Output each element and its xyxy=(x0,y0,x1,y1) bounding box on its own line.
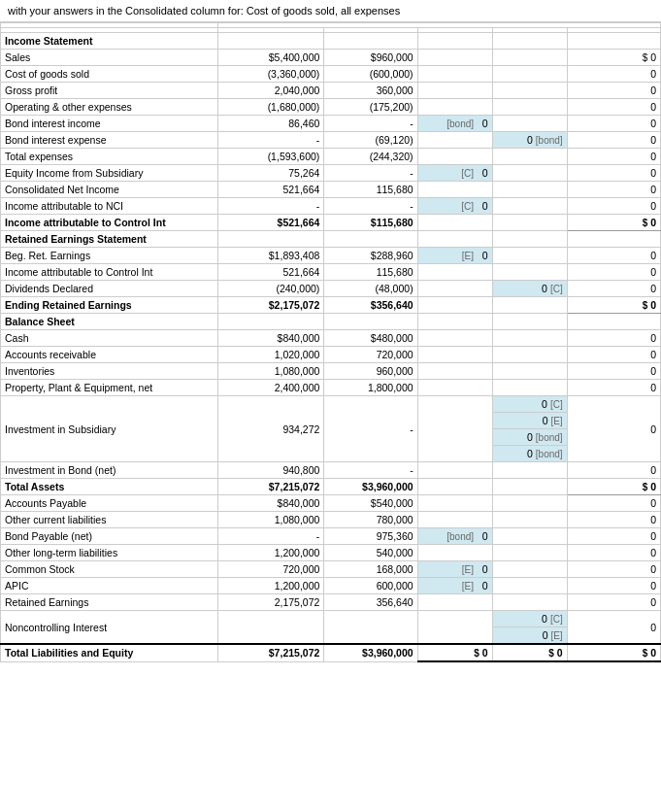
row-debit[interactable] xyxy=(417,545,492,561)
row-credit[interactable] xyxy=(492,495,567,512)
row-subsidiary: $960,000 xyxy=(324,50,417,66)
row-parent: (3,360,000) xyxy=(218,66,324,83)
row-debit[interactable] xyxy=(417,99,492,116)
row-credit[interactable] xyxy=(492,512,567,528)
row-subsidiary: - xyxy=(324,396,417,462)
row-parent: 1,200,000 xyxy=(218,578,324,594)
row-consolidated: 0 xyxy=(567,561,660,578)
row-debit[interactable]: [E] 0 xyxy=(417,578,492,594)
row-credit[interactable] xyxy=(492,215,567,231)
row-credit[interactable] xyxy=(492,330,567,347)
row-consolidated: 0 xyxy=(567,116,660,132)
row-credit[interactable] xyxy=(492,116,567,132)
row-parent: $2,175,072 xyxy=(218,297,324,314)
row-label: Total Liabilities and Equity xyxy=(1,644,218,661)
row-debit[interactable] xyxy=(417,495,492,512)
row-credit[interactable] xyxy=(492,545,567,561)
table-row: Other current liabilities 1,080,000 780,… xyxy=(1,512,661,528)
row-parent: 75,264 xyxy=(218,165,324,182)
row-debit[interactable] xyxy=(417,479,492,495)
row-consolidated: 0 xyxy=(567,594,660,611)
row-credit[interactable]: 0 [E] xyxy=(492,627,567,645)
row-label: Property, Plant & Equipment, net xyxy=(1,380,218,396)
row-debit[interactable]: [E] 0 xyxy=(417,561,492,578)
row-credit[interactable] xyxy=(492,50,567,66)
row-debit[interactable]: [bond] 0 xyxy=(417,528,492,545)
row-credit[interactable] xyxy=(492,561,567,578)
row-debit[interactable] xyxy=(417,281,492,297)
row-credit[interactable] xyxy=(492,363,567,380)
row-credit[interactable] xyxy=(492,479,567,495)
row-debit[interactable] xyxy=(417,330,492,347)
table-row: Noncontrolling Interest 0 [C] 0 xyxy=(1,611,661,627)
section-subsidiary xyxy=(324,231,417,248)
row-credit[interactable] xyxy=(492,66,567,83)
row-credit[interactable] xyxy=(492,248,567,264)
row-debit[interactable]: [C] 0 xyxy=(417,165,492,182)
row-credit[interactable] xyxy=(492,462,567,479)
row-credit[interactable] xyxy=(492,198,567,215)
row-label: Dividends Declared xyxy=(1,281,218,297)
table-row: Investment in Bond (net) 940,800 - 0 xyxy=(1,462,661,479)
row-parent: 2,040,000 xyxy=(218,83,324,99)
row-subsidiary: $356,640 xyxy=(324,297,417,314)
row-credit[interactable] xyxy=(492,83,567,99)
row-debit[interactable]: [E] 0 xyxy=(417,248,492,264)
row-debit[interactable] xyxy=(417,363,492,380)
row-debit[interactable] xyxy=(417,50,492,66)
section-header-row: Balance Sheet xyxy=(1,314,661,330)
row-label: Bond interest income xyxy=(1,116,218,132)
row-credit[interactable] xyxy=(492,99,567,116)
row-debit[interactable] xyxy=(417,66,492,83)
row-label: Inventories xyxy=(1,363,218,380)
row-credit[interactable] xyxy=(492,297,567,314)
row-debit[interactable] xyxy=(417,132,492,149)
table-row: Retained Earnings 2,175,072 356,640 0 xyxy=(1,594,661,611)
row-credit[interactable] xyxy=(492,594,567,611)
row-credit[interactable]: 0 [C] xyxy=(492,281,567,297)
row-debit[interactable] xyxy=(417,297,492,314)
row-label: Other current liabilities xyxy=(1,512,218,528)
row-credit[interactable]: 0 [C] xyxy=(492,611,567,627)
row-debit[interactable]: $ 0 xyxy=(417,644,492,661)
row-label: Accounts receivable xyxy=(1,347,218,363)
row-credit[interactable]: 0 [bond] xyxy=(492,132,567,149)
row-debit[interactable] xyxy=(417,215,492,231)
row-credit[interactable]: 0 [bond] xyxy=(492,429,567,446)
row-debit[interactable] xyxy=(417,149,492,165)
row-parent: 2,400,000 xyxy=(218,380,324,396)
section-parent xyxy=(218,33,324,50)
row-credit[interactable]: 0 [bond] xyxy=(492,446,567,462)
row-credit[interactable] xyxy=(492,149,567,165)
row-credit[interactable] xyxy=(492,347,567,363)
row-debit[interactable] xyxy=(417,182,492,198)
row-credit[interactable] xyxy=(492,264,567,281)
row-credit[interactable]: $ 0 xyxy=(492,644,567,661)
row-label: Consolidated Net Income xyxy=(1,182,218,198)
row-credit[interactable] xyxy=(492,380,567,396)
row-debit[interactable] xyxy=(417,380,492,396)
row-subsidiary: 600,000 xyxy=(324,578,417,594)
section-label: Retained Earnings Statement xyxy=(1,231,218,248)
row-debit[interactable]: [C] 0 xyxy=(417,198,492,215)
row-credit[interactable] xyxy=(492,182,567,198)
row-debit[interactable] xyxy=(417,462,492,479)
row-credit[interactable] xyxy=(492,578,567,594)
row-debit[interactable] xyxy=(417,347,492,363)
row-debit[interactable] xyxy=(417,594,492,611)
row-debit[interactable]: [bond] 0 xyxy=(417,116,492,132)
row-debit[interactable] xyxy=(417,264,492,281)
row-credit[interactable]: 0 [C] xyxy=(492,396,567,413)
row-credit[interactable]: 0 [E] xyxy=(492,413,567,429)
row-debit[interactable] xyxy=(417,83,492,99)
row-parent: $7,215,072 xyxy=(218,479,324,495)
row-debit[interactable] xyxy=(417,512,492,528)
table-row: Income attributable to Control Int 521,6… xyxy=(1,264,661,281)
row-credit[interactable] xyxy=(492,165,567,182)
row-consolidated: 0 xyxy=(567,330,660,347)
row-parent: 521,664 xyxy=(218,182,324,198)
row-parent: 2,175,072 xyxy=(218,594,324,611)
note-text: with your answers in the Consolidated co… xyxy=(8,5,400,17)
row-credit[interactable] xyxy=(492,528,567,545)
row-parent: 940,800 xyxy=(218,462,324,479)
